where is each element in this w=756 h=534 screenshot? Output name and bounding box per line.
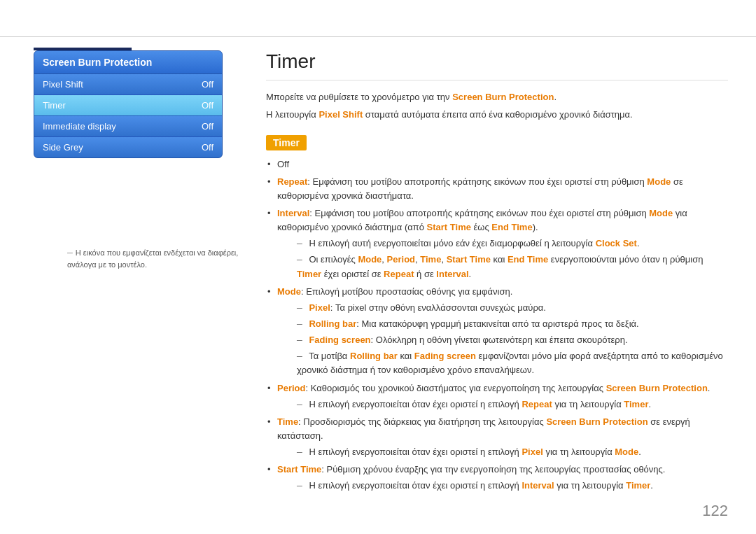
bullet-starttime: Start Time: Ρύθμιση χρόνου έναρξης για τ… [266,463,728,493]
bullet-time-label: Time [277,416,298,427]
sdt-pixel: Pixel [522,447,542,457]
bullet-period-text: : Καθορισμός του χρονικού διαστήματος γι… [305,383,606,393]
page-title: Timer [266,50,728,80]
subdash-rolling-label: Rolling bar [309,318,356,329]
sidebar-note: Η εικόνα που εμφανίζεται ενδέχεται να δι… [67,247,256,270]
subdash-fading: Fading screen: Ολόκληρη η οθόνη γίνεται … [277,333,728,347]
main-content: Timer Μπορείτε να ρυθμίσετε το χρονόμετρ… [266,36,728,499]
sdmp-comma3: , [441,254,446,265]
page-number: 122 [702,502,728,520]
bullet-endtime: End Time: Ρύθμιση χρόνου λήξης για την α… [266,497,728,499]
sidebar-item-pixelshift[interactable]: Pixel Shift Off [34,74,222,95]
bullet-endtime-label: End Time [277,498,318,499]
sidebar-panel: Screen Burn Protection Pixel Shift Off T… [34,48,223,158]
sdmp-dot: . [469,269,472,279]
subdash-pixel-text: : Τα pixel στην οθόνη εναλλάσσονται συνε… [330,302,546,313]
intro-line2-post: σταματά αυτόματα έπειτα από ένα καθορισμ… [363,109,632,120]
bullet-off-text: Off [277,159,289,169]
sdt-dot: . [638,447,641,457]
sdmp-kai: και [491,254,507,265]
bullet-time-sbp: Screen Burn Protection [546,416,648,427]
sdmp-interval: Interval [436,269,468,279]
sidebar-item-pixelshift-label: Pixel Shift [43,79,83,90]
sdmp-endtime: End Time [507,254,548,265]
subdash-clockset-post: . [637,238,640,248]
section-heading: Timer [266,135,307,150]
bullet-interval-text: : Εμφάνιση του μοτίβου αποτροπής κράτηση… [309,208,649,218]
sdmp-time: Time [420,254,441,265]
sdst-pre: Η επιλογή ενεργοποιείται όταν έχει οριστ… [309,480,522,491]
subdash-clockset-link: Clock Set [596,238,637,248]
sdrnote-rolling: Rolling bar [350,351,398,361]
bullet-repeat: Repeat: Εμφάνιση του μοτίβου αποτροπής κ… [266,175,728,203]
sdt-pre: Η επιλογή ενεργοποιείται όταν έχει οριστ… [309,447,522,457]
sidebar-title: Screen Burn Protection [34,51,222,74]
sdmp-timer: Timer [297,269,321,279]
sdmp-mode: Mode [358,254,382,265]
sdt-mid: για τη λειτουργία [543,447,615,457]
bullet-repeat-text: : Εμφάνιση του μοτίβου αποτροπής κράτηση… [307,176,647,187]
subdash-rolling: Rolling bar: Μια κατακόρυφη γραμμή μετακ… [277,317,728,331]
bullet-period-label: Period [277,383,305,393]
subdash-rolling-text: : Μια κατακόρυφη γραμμή μετακινείται από… [356,318,638,329]
sdmp-text2: έχει οριστεί σε [321,269,384,279]
sdrnote-fading: Fading screen [414,351,476,361]
bullet-list: Off Repeat: Εμφάνιση του μοτίβου αποτροπ… [266,157,728,499]
bullet-off: Off [266,157,728,171]
bullet-starttime-text: : Ρύθμιση χρόνου έναρξης για την ενεργοπ… [321,464,665,475]
intro-line1-post: . [554,92,556,102]
sdst-mid: για τη λειτουργία [554,480,626,491]
subdash-mode-period: Οι επιλογές Mode, Period, Time, Start Ti… [277,253,728,281]
bullet-interval-mode: Mode [649,208,673,218]
subdash-rolling-note: Τα μοτίβα Rolling bar και Fading screen … [277,349,728,377]
sdmp-starttime: Start Time [447,254,491,265]
sidebar-item-immediate-label: Immediate display [43,121,116,132]
sidebar-item-timer[interactable]: Timer Off [34,95,222,116]
bullet-repeat-mode: Mode [647,176,671,187]
bullet-time: Time: Προσδιορισμός της διάρκειας για δι… [266,415,728,459]
intro-line1-pre: Μπορείτε να ρυθμίσετε το χρονόμετρο για … [266,92,452,102]
sdp-repeat: Repeat [522,399,552,409]
sidebar-item-immediate[interactable]: Immediate display Off [34,116,222,137]
sdt-mode: Mode [615,447,638,457]
bullet-mode: Mode: Επιλογή μοτίβου προστασίας οθόνης … [266,285,728,378]
bullet-interval: Interval: Εμφάνιση του μοτίβου αποτροπής… [266,206,728,281]
sidebar-item-sidegrey[interactable]: Side Grey Off [34,137,222,157]
sidebar-item-timer-label: Timer [43,100,66,111]
bullet-period-sbp: Screen Burn Protection [606,383,708,393]
bullet-mode-text: : Επιλογή μοτίβου προστασίας οθόνης για … [301,286,512,297]
sidebar-item-sidegrey-value: Off [202,142,214,153]
subdash-starttime-note: Η επιλογή ενεργοποιείται όταν έχει οριστ… [277,479,728,493]
bullet-starttime-label: Start Time [277,464,321,475]
intro-line2-pre: Η λειτουργία [266,109,318,120]
sidebar-item-pixelshift-value: Off [202,79,214,90]
sdrnote-pre: Τα μοτίβα [309,351,350,361]
bullet-period: Period: Καθορισμός του χρονικού διαστήμα… [266,381,728,412]
sdst-interval: Interval [522,480,554,491]
bullet-endtime-text: : Ρύθμιση χρόνου λήξης για την απενεργοπ… [318,498,664,499]
intro-line1-link: Screen Burn Protection [452,92,554,102]
bullet-interval-text3: έως [471,222,491,232]
sdp-pre: Η επιλογή ενεργοποιείται όταν έχει οριστ… [309,399,522,409]
intro-line2: Η λειτουργία Pixel Shift σταματά αυτόματ… [266,108,728,122]
sdp-dot: . [648,399,651,409]
sdmp-period: Period [387,254,415,265]
sidebar-item-timer-value: Off [202,100,214,111]
bullet-interval-end: End Time [491,222,532,232]
sidebar-item-immediate-value: Off [202,121,214,132]
sdmp-comma1: , [382,254,386,265]
bullet-interval-label: Interval [277,208,309,218]
bullet-repeat-label: Repeat [277,176,307,187]
subdash-fading-text: : Ολόκληρη η οθόνη γίνεται φωτεινότερη κ… [371,335,628,345]
bullet-interval-text4: ). [533,222,538,232]
bullet-period-dot: . [708,383,710,393]
intro-line1: Μπορείτε να ρυθμίσετε το χρονόμετρο για … [266,90,728,105]
intro-line2-link: Pixel Shift [318,109,363,120]
subdash-pixel: Pixel: Τα pixel στην οθόνη εναλλάσσονται… [277,301,728,315]
bullet-mode-label: Mode [277,286,301,297]
subdash-clockset: Η επιλογή αυτή ενεργοποιείται μόνο εάν έ… [277,237,728,251]
sdrnote-and: και [398,351,414,361]
subdash-fading-label: Fading screen [309,335,370,345]
sdmp-repeat: Repeat [384,269,414,279]
subdash-period-note: Η επιλογή ενεργοποιείται όταν έχει οριστ… [277,398,728,412]
